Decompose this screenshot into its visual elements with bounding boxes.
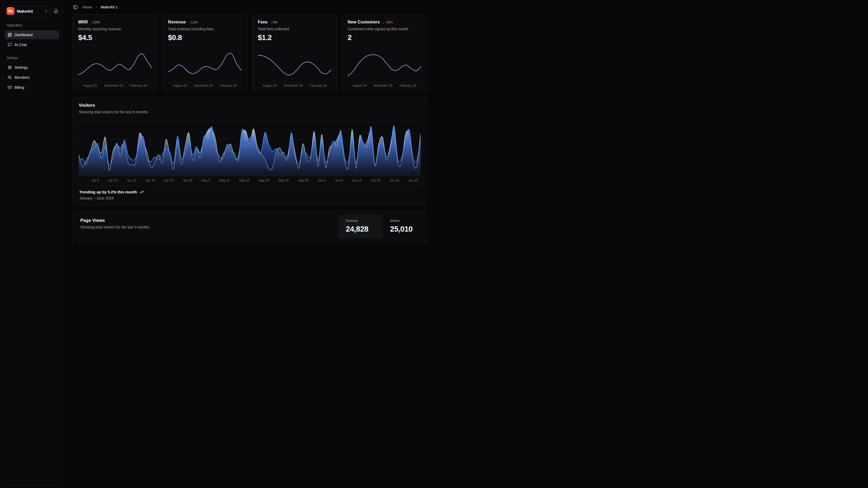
x-tick-label: August 25 (262, 84, 277, 87)
workspace-row: m Makerkit (5, 5, 59, 17)
page-views-toggles: Desktop 24,828 Mobile 25,010 (338, 215, 427, 238)
trending-up-icon (139, 190, 144, 194)
x-tick-label: Jun 9 (335, 179, 343, 182)
sparkline-x-axis: August 25 November 25 February 26 (168, 84, 242, 88)
sidebar-item-dashboard[interactable]: Dashboard (5, 30, 59, 39)
workspace-selector[interactable]: m Makerkit (5, 5, 50, 17)
breadcrumb-home[interactable]: Home (82, 5, 92, 9)
trend-badge: ↑ 12% (188, 20, 198, 24)
chat-bubble-icon (8, 43, 12, 47)
new-customers-sparkline-chart (348, 45, 421, 83)
trend-percent: 12% (191, 20, 198, 24)
stat-card-new-customers: New Customers ↓ -25% Customers who signe… (342, 14, 427, 92)
x-tick-label: August 25 (173, 84, 187, 87)
arrow-up-icon: ↑ (270, 20, 272, 24)
main-content: Home Makerkit 1 MRR ↑ 20% Monthly recurr… (65, 0, 434, 244)
x-tick-label: May 15 (239, 179, 249, 182)
notifications-button[interactable] (53, 8, 59, 15)
stat-card-value: $1.2 (258, 33, 331, 42)
trend-badge: ↑ 9% (270, 20, 278, 24)
sidebar-item-members[interactable]: Members (5, 73, 59, 82)
arrow-up-icon: ↑ (188, 20, 190, 24)
fees-sparkline-chart (258, 45, 331, 83)
visitors-trend-text: Trending up by 5.2% this month (79, 190, 137, 194)
page-views-card: Page Views Showing total visitors for th… (72, 210, 427, 244)
sidebar-item-billing[interactable]: Billing (5, 83, 59, 92)
topbar: Home Makerkit 1 (72, 0, 427, 14)
visitors-date-range: January – June 2024 (79, 196, 420, 200)
x-tick-label: May 10 (219, 179, 230, 182)
stat-card-title: Revenue (168, 20, 186, 25)
stat-card-value: 2 (348, 33, 421, 42)
visitors-card: Visitors Showing total visitors for the … (72, 97, 427, 205)
bell-icon (54, 9, 58, 13)
sidebar: m Makerkit Application Dashboard AI Chat… (2, 2, 63, 244)
trend-badge: ↑ 20% (91, 20, 100, 24)
sidebar-item-label: Dashboard (14, 33, 33, 37)
x-tick-label: Apr 20 (146, 179, 155, 182)
sidebar-item-label: AI Chat (14, 43, 27, 47)
panel-left-icon (73, 5, 78, 9)
visitors-area-chart (79, 121, 421, 176)
stat-cards-row: MRR ↑ 20% Monthly recurring revenue $4.5… (72, 14, 427, 92)
x-tick-label: Apr 15 (127, 179, 136, 182)
x-tick-label: February 26 (309, 84, 327, 87)
x-tick-label: November 25 (194, 84, 213, 87)
stat-card-subtitle: Total fees collected (258, 27, 331, 31)
visitors-subtitle: Showing total visitors for the last 6 mo… (79, 110, 421, 114)
users-icon (8, 75, 12, 80)
trend-percent: 20% (93, 20, 100, 24)
desktop-toggle[interactable]: Desktop 24,828 (338, 215, 383, 238)
x-tick-label: February 26 (220, 84, 237, 87)
toggle-label: Mobile (390, 219, 400, 223)
breadcrumb-current: Makerkit 1 (101, 5, 118, 9)
sidebar-toggle-button[interactable] (72, 4, 79, 10)
toggle-label: Desktop (346, 219, 358, 223)
visitors-x-axis: Apr 5Apr 10Apr 15Apr 20Apr 25Apr 30May 5… (79, 179, 421, 182)
x-tick-label: Apr 10 (108, 179, 118, 182)
stat-card-revenue: Revenue ↑ 12% Total revenue including fe… (162, 14, 248, 92)
page-views-subtitle: Showing total visitors for the last 3 mo… (80, 225, 149, 229)
stat-card-value: $0.8 (168, 33, 242, 42)
arrow-down-icon: ↓ (382, 20, 384, 24)
sidebar-item-ai-chat[interactable]: AI Chat (5, 40, 59, 49)
sparkline-x-axis: August 25 November 25 February 26 (348, 84, 421, 88)
stat-card-mrr: MRR ↑ 20% Monthly recurring revenue $4.5… (72, 14, 158, 92)
x-tick-label: November 25 (284, 84, 303, 87)
x-tick-label: November 25 (373, 84, 393, 87)
sparkline-x-axis: August 25 November 25 February 26 (258, 84, 331, 88)
stat-card-subtitle: Customers who signed up this month (348, 27, 421, 31)
x-tick-label: November 25 (104, 84, 123, 87)
x-tick-label: Jun 19 (371, 179, 380, 182)
trend-percent: 9% (273, 20, 278, 24)
toggle-value: 25,010 (390, 225, 413, 233)
sparkline-x-axis: August 25 November 25 February 26 (78, 84, 152, 88)
sidebar-item-label: Settings (14, 65, 28, 69)
x-tick-label: Jun 14 (352, 179, 362, 182)
mrr-sparkline-chart (78, 45, 152, 83)
x-tick-label: Jun 30 (408, 179, 418, 182)
credit-card-icon (8, 85, 12, 90)
x-tick-label: Jun 24 (390, 179, 399, 182)
stat-card-value: $4.5 (78, 33, 152, 42)
sidebar-item-label: Members (14, 75, 30, 80)
x-tick-label: Apr 5 (91, 179, 99, 182)
workspace-name: Makerkit (17, 9, 42, 13)
x-tick-label: May 25 (278, 179, 289, 182)
x-tick-label: Apr 25 (164, 179, 173, 182)
arrow-up-icon: ↑ (91, 20, 92, 24)
visitors-footer: Trending up by 5.2% this month January –… (79, 186, 421, 205)
gear-icon (8, 65, 12, 69)
x-tick-label: February 26 (130, 84, 147, 87)
section-label-application: Application (7, 24, 58, 27)
stat-card-title: New Customers (348, 20, 380, 25)
mobile-toggle[interactable]: Mobile 25,010 (383, 215, 427, 238)
page-views-title: Page Views (80, 218, 149, 223)
stat-card-title: MRR (78, 20, 88, 25)
x-tick-label: May 5 (202, 179, 210, 182)
breadcrumb: Home Makerkit 1 (82, 5, 118, 9)
stat-card-subtitle: Monthly recurring revenue (78, 27, 152, 31)
section-label-settings: Settings (7, 56, 58, 60)
makerkit-logo: m (7, 7, 14, 15)
sidebar-item-settings[interactable]: Settings (5, 63, 59, 72)
